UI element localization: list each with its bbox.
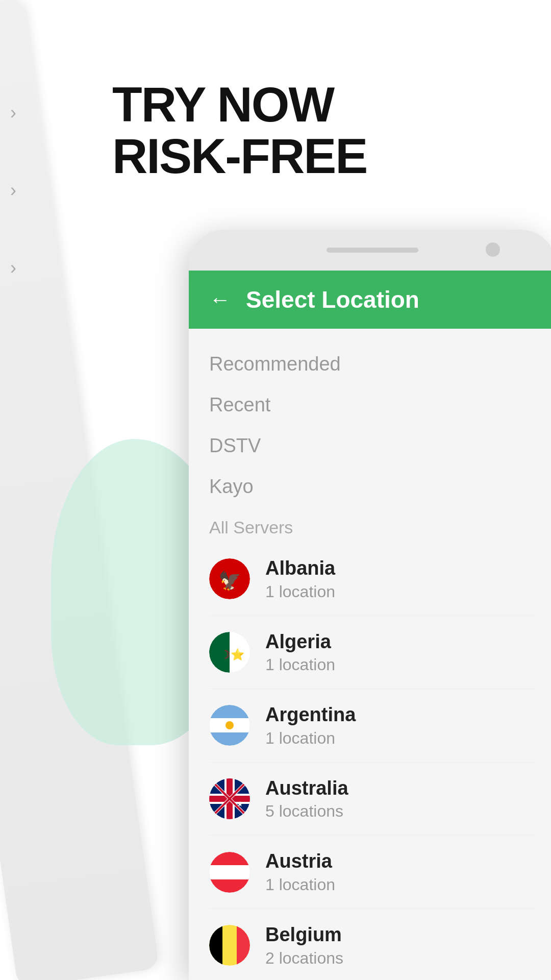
svg-text:★: ★ [237, 800, 243, 808]
albania-info: Albania 1 location [265, 557, 536, 601]
svg-rect-20 [209, 865, 250, 879]
flag-belgium [209, 925, 250, 966]
country-australia[interactable]: ★ Australia 5 locations [209, 763, 536, 836]
belgium-info: Belgium 2 locations [265, 923, 536, 968]
australia-name: Australia [265, 777, 536, 800]
phone-notch [189, 230, 551, 271]
svg-text:🦅: 🦅 [218, 570, 241, 592]
headline-section: TRY NOW RISK-FREE [112, 79, 367, 182]
svg-point-6 [226, 721, 234, 729]
belgium-name: Belgium [265, 923, 536, 947]
australia-locations: 5 locations [265, 802, 536, 821]
algeria-info: Algeria 1 location [265, 630, 536, 675]
country-albania[interactable]: 🦅 Albania 1 location [209, 543, 536, 616]
austria-locations: 1 location [265, 875, 536, 894]
svg-rect-23 [209, 925, 222, 966]
flag-austria [209, 852, 250, 893]
albania-name: Albania [265, 557, 536, 580]
phone-camera [486, 242, 500, 257]
chevron-3: › [10, 257, 16, 279]
svg-rect-24 [237, 925, 250, 966]
country-algeria[interactable]: ☽⭐ Algeria 1 location [209, 616, 536, 690]
austria-name: Austria [265, 850, 536, 873]
flag-albania: 🦅 [209, 558, 250, 599]
app-screen: ← Select Location Recommended Recent DST… [189, 271, 551, 980]
nav-kayo[interactable]: Kayo [209, 467, 536, 507]
algeria-name: Algeria [265, 630, 536, 654]
country-list: 🦅 Albania 1 location ☽⭐ [189, 543, 551, 980]
argentina-locations: 1 location [265, 729, 536, 748]
back-button[interactable]: ← [209, 287, 231, 312]
nav-sections: Recommended Recent DSTV Kayo All Servers [189, 329, 551, 543]
australia-info: Australia 5 locations [265, 777, 536, 821]
all-servers-label: All Servers [209, 507, 536, 543]
argentina-info: Argentina 1 location [265, 703, 536, 748]
chevron-1: › [10, 102, 16, 124]
belgium-locations: 2 locations [265, 949, 536, 968]
phone-speaker [327, 248, 418, 253]
algeria-locations: 1 location [265, 655, 536, 674]
headline-line2: RISK-FREE [112, 129, 367, 183]
argentina-name: Argentina [265, 703, 536, 727]
albania-locations: 1 location [265, 582, 536, 601]
flag-australia: ★ [209, 778, 250, 819]
country-belgium[interactable]: Belgium 2 locations [209, 909, 536, 980]
nav-recommended[interactable]: Recommended [209, 344, 536, 385]
nav-recent[interactable]: Recent [209, 385, 536, 426]
country-austria[interactable]: Austria 1 location [209, 836, 536, 909]
country-argentina[interactable]: Argentina 1 location [209, 689, 536, 763]
phone-mockup: ← Select Location Recommended Recent DST… [189, 230, 551, 980]
screen-title: Select Location [246, 286, 419, 313]
background-chevrons: › › › [10, 102, 16, 279]
flag-argentina [209, 705, 250, 746]
nav-dstv[interactable]: DSTV [209, 426, 536, 467]
svg-text:☽⭐: ☽⭐ [220, 648, 245, 662]
austria-info: Austria 1 location [265, 850, 536, 894]
chevron-2: › [10, 180, 16, 201]
flag-algeria: ☽⭐ [209, 632, 250, 673]
headline-line1: TRY NOW [112, 77, 334, 132]
app-header: ← Select Location [189, 271, 551, 329]
